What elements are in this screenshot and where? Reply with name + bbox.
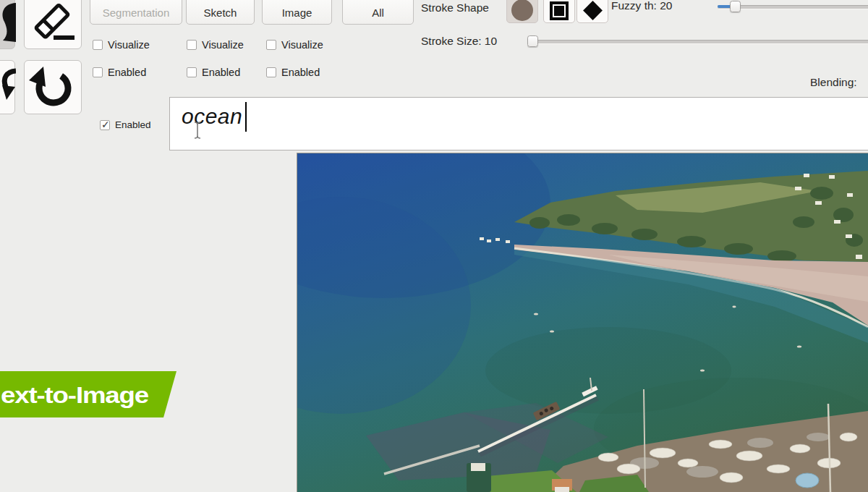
undo-icon [25, 61, 81, 114]
canvas-image-panel[interactable] [297, 153, 868, 492]
image-button-label: Image [282, 7, 312, 19]
visualize-label: Visualize [202, 39, 244, 51]
redo-tool-button[interactable] [0, 60, 15, 114]
visualize-label: Visualize [281, 39, 323, 51]
square-shape-icon [550, 1, 569, 20]
sketch-button-label: Sketch [204, 7, 237, 19]
blue-boat [796, 473, 819, 488]
enabled-checkbox-segmentation[interactable]: Enabled [93, 67, 146, 78]
stroke-size-slider[interactable] [527, 40, 868, 44]
text-caret [245, 102, 247, 132]
visualize-checkbox-sketch[interactable]: Visualize [187, 39, 244, 51]
enabled-label: Enabled [281, 67, 320, 78]
enabled-label: Enabled [108, 67, 146, 78]
sketch-button[interactable]: Sketch [186, 0, 255, 25]
enabled-label: Enabled [202, 67, 240, 78]
visualize-label: Visualize [108, 39, 150, 51]
segmentation-button-label: Segmentation [103, 7, 170, 19]
circle-shape-icon [511, 0, 533, 21]
app-window: Segmentation Sketch Image All Visualize … [0, 0, 868, 492]
fuzzy-slider-handle[interactable] [730, 1, 741, 12]
ibeam-cursor [193, 121, 202, 140]
coastline-photo [297, 153, 868, 492]
checkbox-box[interactable] [187, 67, 197, 77]
checkbox-box[interactable] [266, 67, 276, 77]
checkbox-box[interactable]: ✓ [100, 120, 110, 130]
undo-tool-button[interactable] [24, 60, 82, 114]
eraser-icon [25, 0, 81, 48]
checkbox-box[interactable] [187, 40, 197, 50]
redo-icon [0, 61, 16, 115]
checkbox-box[interactable] [93, 40, 103, 50]
prompt-enabled-checkbox[interactable]: ✓ Enabled [100, 119, 151, 130]
text-to-image-banner: ext-to-Image [0, 370, 188, 418]
prompt-enabled-label: Enabled [115, 119, 151, 130]
enabled-checkbox-sketch[interactable]: Enabled [187, 67, 240, 78]
banner-label: ext-to-Image [1, 382, 148, 408]
prompt-input[interactable]: ocean [169, 97, 868, 150]
brush-tool-button[interactable] [0, 0, 15, 49]
all-button[interactable]: All [342, 0, 414, 25]
enabled-checkbox-image[interactable]: Enabled [266, 67, 320, 78]
stroke-shape-circle-button[interactable] [506, 0, 538, 23]
prompt-input-value: ocean [182, 104, 242, 129]
image-button[interactable]: Image [262, 0, 332, 25]
eraser-tool-button[interactable] [24, 0, 82, 49]
stroke-shape-label: Stroke Shape [421, 1, 489, 14]
all-button-label: All [372, 7, 384, 19]
stroke-size-label: Stroke Size: 10 [421, 35, 497, 48]
stroke-size-slider-handle[interactable] [527, 35, 538, 47]
brush-icon [0, 0, 16, 50]
blending-label: Blending: [810, 76, 857, 89]
diamond-shape-icon [583, 1, 603, 20]
visualize-checkbox-segmentation[interactable]: Visualize [93, 39, 150, 51]
stroke-shape-diamond-button[interactable] [576, 0, 608, 23]
checkbox-box[interactable] [93, 67, 103, 77]
visualize-checkbox-image[interactable]: Visualize [266, 39, 323, 51]
segmentation-button[interactable]: Segmentation [90, 0, 182, 25]
checkbox-box[interactable] [266, 40, 276, 50]
fuzzy-threshold-label: Fuzzy th: 20 [611, 0, 672, 12]
checkmark-icon: ✓ [101, 119, 110, 130]
stroke-shape-square-button[interactable] [543, 0, 575, 23]
